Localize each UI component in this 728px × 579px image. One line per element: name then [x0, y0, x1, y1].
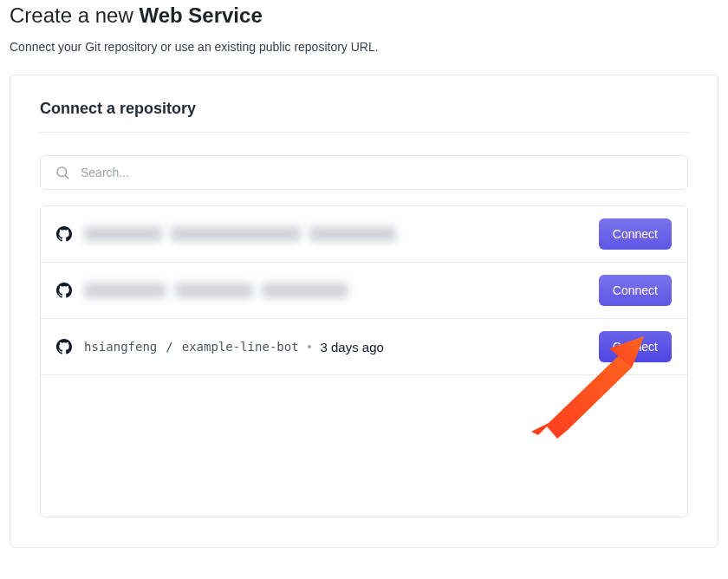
- connect-button[interactable]: Connect: [599, 331, 672, 362]
- search-icon: [55, 165, 70, 180]
- svg-point-0: [57, 167, 67, 177]
- connect-button[interactable]: Connect: [599, 275, 672, 306]
- redacted-name: [175, 283, 253, 298]
- page-title-bold: Web Service: [139, 3, 262, 27]
- github-icon: [56, 283, 72, 298]
- repo-text: hsiangfeng / example-line-bot • 3 days a…: [84, 340, 587, 355]
- repo-updated: 3 days ago: [321, 340, 384, 355]
- repo-text: [84, 283, 587, 298]
- section-title: Connect a repository: [40, 100, 688, 133]
- repo-row: Connect: [41, 263, 687, 319]
- search-input[interactable]: [81, 166, 673, 179]
- repo-name: example-line-bot: [182, 340, 299, 354]
- redacted-owner: [84, 226, 162, 242]
- svg-line-1: [65, 175, 68, 178]
- github-icon: [56, 226, 72, 242]
- redacted-name: [171, 226, 301, 242]
- repo-owner: hsiangfeng: [84, 340, 157, 354]
- page-subtitle: Connect your Git repository or use an ex…: [10, 40, 718, 54]
- search-container: [40, 155, 688, 190]
- github-icon: [56, 339, 72, 355]
- redacted-updated: [262, 283, 348, 298]
- repo-dot-sep: •: [308, 340, 312, 354]
- page-title-prefix: Create a new: [10, 3, 139, 27]
- repo-list: Connect Connect hsiangfeng / example-lin…: [40, 205, 688, 517]
- repo-row: hsiangfeng / example-line-bot • 3 days a…: [41, 319, 687, 375]
- repo-text: [84, 226, 587, 242]
- connect-button[interactable]: Connect: [599, 218, 672, 250]
- repo-row: Connect: [41, 206, 687, 263]
- redacted-owner: [84, 283, 166, 298]
- repo-path-sep: /: [166, 340, 172, 354]
- connect-repo-card: Connect a repository Connect: [10, 75, 718, 548]
- redacted-updated: [309, 226, 396, 242]
- page-title: Create a new Web Service: [10, 3, 718, 28]
